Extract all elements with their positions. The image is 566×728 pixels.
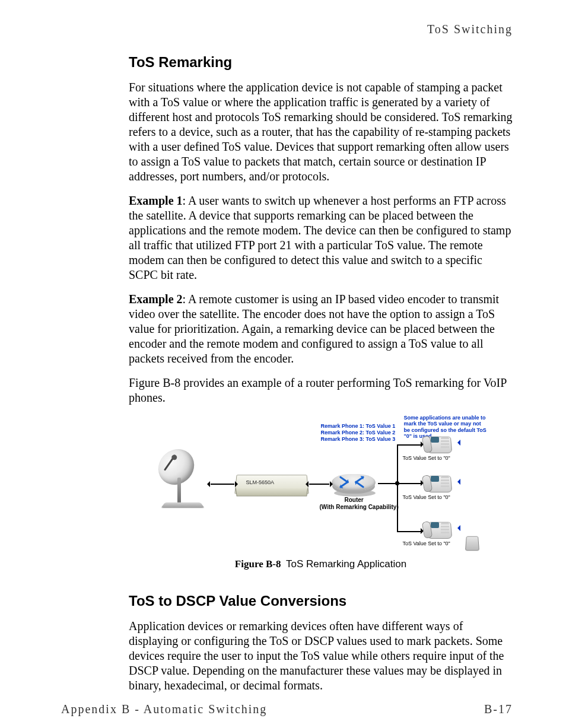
ip-phone-icon — [428, 520, 451, 539]
satellite-antenna-icon — [158, 449, 209, 510]
tos-value-label-2: ToS Value Set to "0" — [403, 494, 450, 500]
figure-b8: Remark Phone 1: ToS Value 1 Remark Phone… — [129, 415, 513, 570]
link-modem-router — [309, 484, 329, 485]
footer-left: Appendix B - Automatic Switching — [61, 702, 267, 716]
ip-phone-icon — [428, 435, 451, 454]
paragraph-example-2: Example 2: A remote customer is using an… — [129, 292, 513, 366]
section-title-tos-remarking: ToS Remarking — [129, 54, 513, 71]
section-title-tos-dscp: ToS to DSCP Value Conversions — [129, 593, 513, 609]
figure-number: Figure B-8 — [235, 558, 281, 570]
remark-phone-2-label: Remark Phone 2: ToS Value 2 — [321, 430, 396, 435]
blue-arrow-icon — [454, 525, 460, 530]
modem-model-label: SLM-5650A — [246, 479, 275, 485]
router-icon — [332, 474, 376, 491]
figure-caption: Figure B-8 ToS Remarking Application — [129, 558, 513, 570]
router-label: Router — [345, 497, 364, 504]
link-router-junction — [378, 483, 396, 484]
paragraph: Figure B-8 provides an example of a rout… — [129, 376, 513, 405]
tos-value-label-3: ToS Value Set to "0" — [403, 541, 450, 546]
link-junction-down — [397, 485, 398, 531]
example-2-label: Example 2 — [129, 293, 183, 306]
ip-phone-icon — [428, 474, 451, 493]
page-footer: Appendix B - Automatic Switching B-17 — [61, 702, 513, 716]
remark-phone-3-label: Remark Phone 3: ToS Value 3 — [321, 436, 396, 442]
link-junction-up — [397, 444, 398, 482]
example-1-text: : A user wants to switch up whenever a h… — [129, 194, 511, 281]
running-header: ToS Switching — [61, 23, 513, 36]
example-1-label: Example 1 — [129, 194, 183, 207]
link-to-phone2 — [397, 483, 421, 484]
switch-icon — [465, 536, 479, 551]
paragraph-example-1: Example 1: A user wants to switch up whe… — [129, 193, 513, 282]
link-antenna-modem — [211, 484, 234, 485]
paragraph: Application devices or remarking devices… — [129, 619, 513, 693]
blue-arrow-icon — [454, 479, 460, 484]
blue-arrow-icon — [454, 440, 460, 445]
modem-front-icon — [236, 488, 308, 497]
content-area: ToS Remarking For situations where the a… — [61, 54, 513, 702]
remark-phone-1-label: Remark Phone 1: ToS Value 1 — [321, 423, 396, 429]
link-to-phone3 — [397, 531, 421, 532]
router-sublabel: (With Remarking Capability) — [320, 504, 399, 511]
figure-title: ToS Remarking Application — [286, 558, 406, 570]
tos-value-label-1: ToS Value Set to "0" — [403, 455, 450, 461]
link-to-phone1 — [397, 444, 421, 446]
example-2-text: : A remote customer is using an IP based… — [129, 293, 499, 365]
paragraph: For situations where the application dev… — [129, 80, 513, 184]
footer-right: B-17 — [484, 702, 513, 716]
diagram: Remark Phone 1: ToS Value 1 Remark Phone… — [155, 415, 487, 552]
